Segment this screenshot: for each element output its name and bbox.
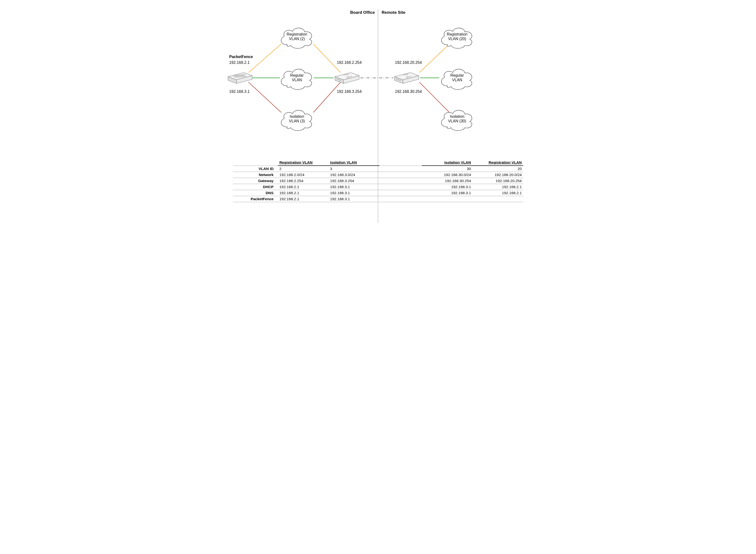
svg-rect-22 — [340, 80, 341, 81]
cell: 30 — [422, 166, 472, 172]
server-ip-1: 192.168.2.1 — [229, 60, 250, 65]
text-line: Isolation — [450, 114, 464, 118]
text-line: VLAN — [292, 78, 302, 82]
row-label: VLAN ID — [233, 166, 278, 172]
svg-line-1 — [313, 44, 341, 72]
row-label: PacketFence — [233, 196, 278, 202]
cell: 192.168.3.1 — [329, 190, 380, 196]
cell: 192.168.3.1 — [329, 196, 380, 202]
row-label: DNS — [233, 190, 278, 196]
col-head-reg-r: Registration VLAN — [472, 160, 523, 166]
left-regular-cloud: Regular VLAN — [278, 65, 316, 90]
col-head-iso-l: Isolation VLAN — [329, 160, 380, 166]
cell: 192.168.3.1 — [329, 184, 380, 190]
right-reg-cloud: Registration VLAN (20) — [438, 24, 476, 48]
svg-line-5 — [313, 82, 341, 112]
table-row: PacketFence 192.168.2.1 192.168.3.1 — [233, 196, 523, 202]
svg-rect-29 — [400, 80, 401, 81]
text-line: Isolation — [290, 114, 304, 118]
right-regular-cloud-label: Regular VLAN — [438, 73, 476, 82]
section-label-right: Remote Site — [382, 10, 405, 15]
svg-rect-27 — [397, 79, 398, 80]
server-icon — [227, 71, 253, 85]
left-iso-cloud: Isolation VLAN (3) — [278, 106, 316, 130]
diagram-canvas: Board Office Remote Site PacketFence 192… — [227, 5, 529, 227]
table-row: DNS 192.168.2.1 192.168.3.1 192.168.3.1 … — [233, 190, 523, 196]
cell: 192.168.2.254 — [278, 178, 329, 184]
server-ip-2: 192.168.3.1 — [229, 90, 250, 94]
cell: 192.168.2.1 — [472, 190, 523, 196]
text-line: VLAN (2) — [289, 37, 305, 41]
cell: 192.168.20.254 — [472, 178, 523, 184]
right-regular-cloud: Regular VLAN — [438, 65, 476, 90]
left-switch-ip-1: 192.168.2.254 — [337, 60, 361, 65]
table-row: DHCP 192.168.2.1 192.168.3.1 192.168.3.1… — [233, 184, 523, 190]
row-label: Gateway — [233, 178, 278, 184]
table-row: Network 192.168.2.0/24 192.168.3.0/24 19… — [233, 172, 523, 178]
cell: 192.168.2.1 — [278, 190, 329, 196]
cell: 192.168.20.0/24 — [472, 172, 523, 178]
left-regular-cloud-label: Regular VLAN — [278, 73, 316, 82]
text-line: Registration — [287, 32, 307, 36]
left-switch-icon — [334, 71, 360, 85]
row-label: Network — [233, 172, 278, 178]
right-switch-icon — [393, 71, 420, 85]
right-switch-ip-1: 192.168.20.254 — [395, 60, 422, 65]
right-iso-cloud-label: Isolation VLAN (30) — [438, 114, 476, 123]
cell: 192.168.2.0/24 — [278, 172, 329, 178]
cell: 2 — [278, 166, 329, 172]
text-line: VLAN (30) — [448, 119, 466, 123]
left-switch-ip-2: 192.168.3.254 — [337, 90, 361, 94]
cell: 192.168.2.1 — [278, 184, 329, 190]
cell — [422, 196, 472, 202]
cell: 192.168.3.0/24 — [329, 172, 380, 178]
text-line: Regular — [450, 73, 464, 77]
right-reg-cloud-label: Registration VLAN (20) — [438, 32, 476, 41]
svg-rect-20 — [338, 79, 339, 80]
table-row: Gateway 192.168.2.254 192.168.3.254 192.… — [233, 178, 523, 184]
cell: 192.168.30.254 — [422, 178, 472, 184]
text-line: Registration — [447, 32, 467, 36]
cell: 192.168.3.254 — [329, 178, 380, 184]
svg-rect-26 — [396, 78, 397, 79]
cell: 192.168.3.1 — [422, 184, 472, 190]
row-label: DHCP — [233, 184, 278, 190]
vlan-table: Registration VLAN Isolation VLAN Isolati… — [233, 160, 523, 202]
right-switch-ip-2: 192.168.30.254 — [395, 90, 422, 94]
server-title: PacketFence — [229, 55, 253, 59]
text-line: VLAN — [452, 78, 462, 82]
right-iso-cloud: Isolation VLAN (30) — [438, 106, 476, 130]
svg-rect-21 — [339, 79, 340, 80]
svg-rect-19 — [337, 78, 337, 79]
left-reg-cloud: Registration VLAN (2) — [278, 24, 316, 48]
col-head-reg-l: Registration VLAN — [278, 160, 329, 166]
section-label-left: Board Office — [350, 10, 375, 15]
svg-rect-28 — [399, 79, 399, 80]
svg-line-0 — [249, 44, 281, 72]
col-head-iso-r: Isolation VLAN — [422, 160, 472, 166]
table-row: VLAN ID 2 3 30 20 — [233, 166, 523, 172]
cell: 192.168.30.0/24 — [422, 172, 472, 178]
text-line: VLAN (20) — [448, 37, 466, 41]
text-line: VLAN (3) — [289, 119, 305, 123]
left-iso-cloud-label: Isolation VLAN (3) — [278, 114, 316, 123]
cell: 192.168.2.1 — [278, 196, 329, 202]
cell: 20 — [472, 166, 523, 172]
text-line: Regular — [290, 73, 304, 77]
cell: 192.168.2.1 — [472, 184, 523, 190]
cell — [472, 196, 523, 202]
left-reg-cloud-label: Registration VLAN (2) — [278, 32, 316, 41]
svg-line-4 — [249, 82, 281, 112]
cell: 3 — [329, 166, 380, 172]
cell: 192.168.3.1 — [422, 190, 472, 196]
